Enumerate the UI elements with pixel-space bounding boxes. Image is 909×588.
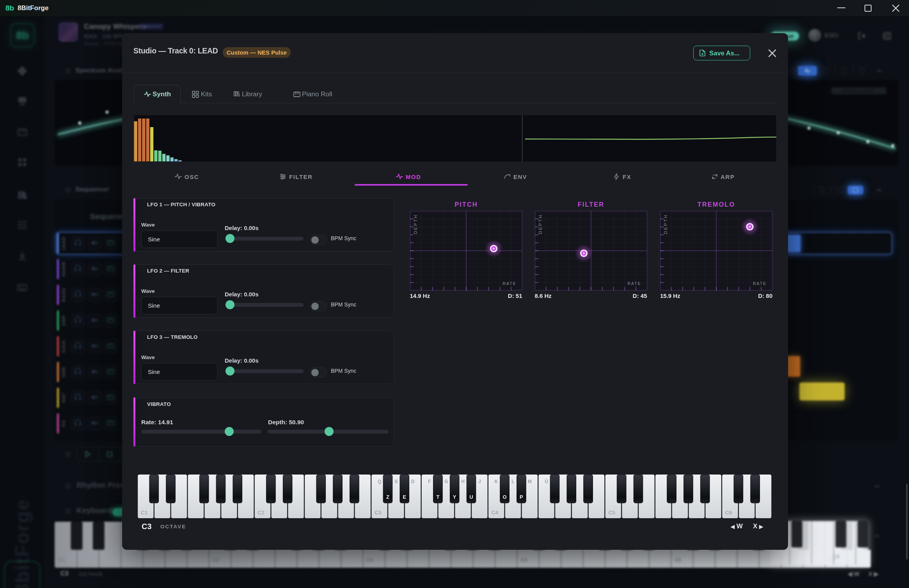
svg-text:E: E bbox=[403, 494, 406, 500]
svg-text:Y: Y bbox=[453, 494, 456, 500]
svg-text:C5: C5 bbox=[608, 510, 615, 515]
svg-text:U: U bbox=[469, 494, 473, 500]
svg-text:Z: Z bbox=[386, 494, 389, 500]
svg-text:C3: C3 bbox=[367, 557, 373, 563]
svg-text:G: G bbox=[444, 479, 448, 484]
svg-text:C4: C4 bbox=[492, 510, 499, 515]
svg-text:M: M bbox=[528, 479, 532, 484]
svg-text:Q: Q bbox=[378, 479, 381, 484]
svg-text:C4: C4 bbox=[520, 557, 527, 563]
svg-text:L: L bbox=[511, 479, 514, 484]
svg-text:C1: C1 bbox=[59, 557, 65, 563]
svg-text:J: J bbox=[478, 479, 481, 484]
svg-text:T: T bbox=[436, 494, 439, 500]
svg-text:S: S bbox=[394, 479, 398, 484]
svg-text:Ù: Ù bbox=[545, 478, 548, 484]
svg-text:K: K bbox=[495, 479, 498, 484]
svg-text:C5: C5 bbox=[675, 557, 681, 563]
svg-text:O: O bbox=[503, 494, 507, 500]
svg-text:C6: C6 bbox=[833, 554, 840, 560]
svg-text:C2: C2 bbox=[213, 557, 219, 563]
svg-text:C1: C1 bbox=[141, 510, 147, 515]
svg-text:P: P bbox=[520, 494, 523, 500]
svg-text:D: D bbox=[411, 479, 415, 484]
svg-text:C2: C2 bbox=[258, 510, 265, 515]
svg-text:C6: C6 bbox=[725, 510, 732, 515]
svg-text:F: F bbox=[428, 479, 431, 484]
svg-text:H: H bbox=[461, 479, 465, 484]
svg-text:C3: C3 bbox=[375, 510, 381, 515]
